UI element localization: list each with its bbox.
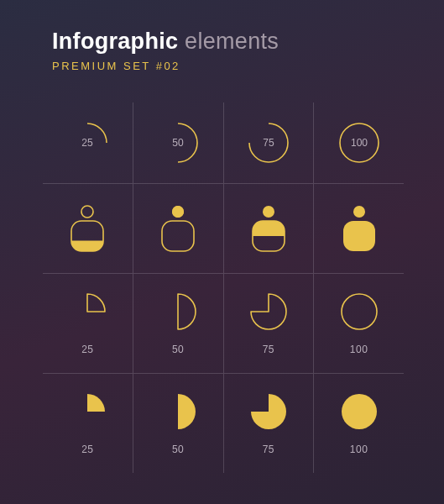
title-light: elements: [178, 29, 279, 54]
ring-label: 25: [82, 137, 94, 149]
person-100-icon: [340, 204, 379, 253]
pie-solid-50: 50: [133, 374, 224, 473]
person-100: [314, 184, 404, 273]
svg-rect-16: [253, 221, 285, 251]
svg-text:75: 75: [263, 137, 274, 149]
ring-100-icon: 100: [337, 120, 382, 165]
pie-solid-50-icon: [158, 391, 198, 432]
row-pie-solid: 25 50 75 100: [43, 374, 404, 473]
pie-solid-50-label: 50: [172, 444, 184, 455]
pie-outline-50-icon: [158, 291, 198, 332]
pie-outline-75-icon: [248, 291, 289, 332]
pie-outline-100: 100: [314, 274, 404, 373]
person-75: [224, 184, 315, 273]
pie-outline-25-label: 25: [81, 344, 93, 355]
pie-solid-100-label: 100: [350, 444, 368, 455]
row-pie-outline: 25 50 75 100: [43, 274, 404, 374]
svg-point-19: [342, 294, 377, 329]
icon-grid: 25 50 75 10: [43, 102, 404, 473]
pie-solid-25-icon: [67, 391, 107, 432]
svg-point-17: [353, 206, 365, 218]
title-bold: Infographic: [52, 29, 178, 54]
pie-outline-50-label: 50: [172, 344, 184, 355]
pie-outline-100-label: 100: [350, 344, 368, 355]
page-title: Infographic elements: [52, 29, 444, 55]
ring-25: 25: [43, 102, 133, 183]
pie-outline-50: 50: [133, 274, 224, 373]
svg-rect-8: [71, 221, 103, 251]
svg-text:100: 100: [351, 137, 368, 149]
pie-solid-100-icon: [339, 391, 379, 432]
person-50-icon: [159, 204, 197, 253]
ring-25-icon: 25: [65, 120, 110, 165]
ring-50: 50: [133, 102, 224, 183]
ring-100: 100: [314, 102, 404, 183]
pie-solid-75: 75: [224, 374, 315, 473]
svg-rect-18: [343, 221, 375, 251]
pie-outline-100-icon: [339, 291, 379, 332]
pie-solid-75-label: 75: [263, 444, 274, 455]
pie-outline-25-icon: [67, 291, 107, 332]
svg-point-12: [172, 206, 184, 218]
pie-solid-75-icon: [248, 391, 289, 432]
row-rings: 25 50 75 10: [43, 102, 404, 184]
ring-50-icon: 50: [155, 120, 201, 165]
svg-point-14: [263, 206, 274, 218]
person-25: [43, 184, 133, 273]
person-25-icon: [68, 204, 107, 253]
row-persons: [43, 184, 404, 274]
ring-75: 75: [224, 102, 315, 183]
svg-point-5: [81, 206, 93, 218]
pie-outline-25: 25: [43, 274, 133, 373]
pie-outline-75-label: 75: [263, 344, 274, 355]
pie-solid-25: 25: [43, 374, 133, 473]
header: Infographic elements PREMIUM SET #02: [0, 0, 444, 72]
ring-75-icon: 75: [246, 120, 291, 165]
person-50: [133, 184, 224, 273]
pie-solid-25-label: 25: [81, 444, 93, 455]
person-75-icon: [249, 204, 288, 253]
svg-text:50: 50: [172, 137, 184, 149]
pie-solid-100: 100: [314, 374, 404, 473]
svg-point-20: [342, 394, 377, 429]
page-subtitle: PREMIUM SET #02: [52, 60, 444, 72]
svg-rect-10: [162, 221, 194, 251]
pie-outline-75: 75: [224, 274, 315, 373]
